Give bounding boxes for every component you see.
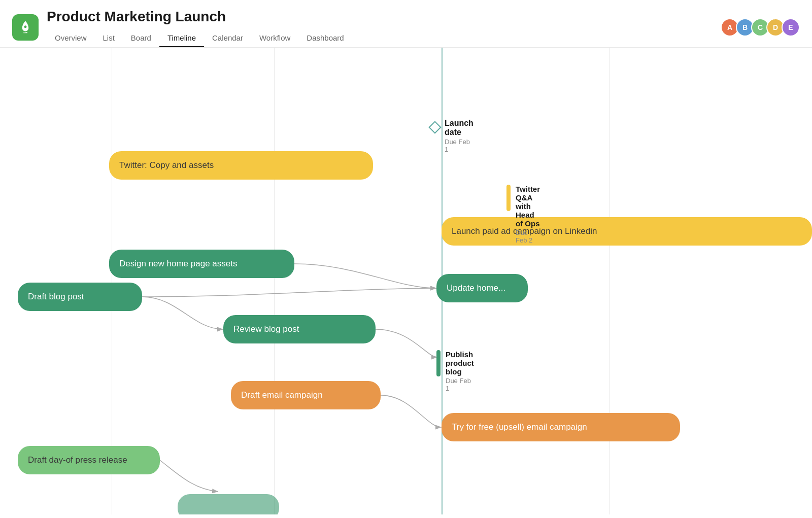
header-title-area: Product Marketing Launch Overview List B… — [47, 8, 721, 47]
mini-bar-rect-twitter — [506, 185, 511, 211]
tab-workflow[interactable]: Workflow — [251, 29, 298, 47]
app-icon — [12, 14, 39, 41]
task-twitter-copy[interactable]: Twitter: Copy and assets — [109, 151, 373, 180]
header-avatars: A B C D E — [721, 18, 800, 37]
publish-blog-bar — [436, 350, 441, 376]
project-title: Product Marketing Launch — [47, 8, 721, 25]
tab-dashboard[interactable]: Dashboard — [298, 29, 352, 47]
milestone-diamond-launch — [428, 121, 441, 133]
rocket-icon — [18, 20, 33, 35]
milestone-launch-label: Launch date Due Feb 1 — [445, 119, 473, 153]
task-try-free[interactable]: Try for free (upsell) email campaign — [442, 413, 680, 441]
milestone-launch-date: Launch date Due Feb 1 — [430, 123, 439, 132]
mini-bar-twitter-qa-label: Twitter Q&A with Head of Ops Due Feb 2 — [516, 185, 540, 244]
tab-overview[interactable]: Overview — [47, 29, 95, 47]
tab-board[interactable]: Board — [123, 29, 159, 47]
task-draft-email[interactable]: Draft email campaign — [231, 381, 381, 409]
task-design-home[interactable]: Design new home page assets — [109, 250, 294, 278]
connections-svg — [0, 48, 812, 514]
task-review-blog[interactable]: Review blog post — [223, 315, 376, 343]
tab-timeline[interactable]: Timeline — [159, 29, 204, 47]
avatar-5: E — [782, 18, 800, 37]
tab-calendar[interactable]: Calendar — [204, 29, 251, 47]
header: Product Marketing Launch Overview List B… — [0, 0, 812, 48]
task-update-home[interactable]: Update home... — [436, 274, 528, 302]
milestone-publish-blog: Publish product blog Due Feb 1 — [436, 350, 441, 376]
task-partial-bottom[interactable] — [178, 494, 279, 514]
grid-line-1 — [112, 48, 112, 514]
task-draft-blog[interactable]: Draft blog post — [18, 283, 142, 311]
grid-line-2 — [274, 48, 275, 514]
tab-list[interactable]: List — [95, 29, 123, 47]
publish-blog-label: Publish product blog Due Feb 1 — [446, 350, 474, 392]
mini-bar-twitter-qa: Twitter Q&A with Head of Ops Due Feb 2 — [506, 185, 511, 211]
grid-line-4 — [609, 48, 610, 514]
nav-tabs: Overview List Board Timeline Calendar Wo… — [47, 29, 721, 47]
timeline-area: Twitter: Copy and assets Launch paid ad … — [0, 48, 812, 514]
task-draft-press[interactable]: Draft day-of press release — [18, 446, 160, 474]
task-launch-paid[interactable]: Launch paid ad campaign on Linkedin — [442, 217, 812, 246]
